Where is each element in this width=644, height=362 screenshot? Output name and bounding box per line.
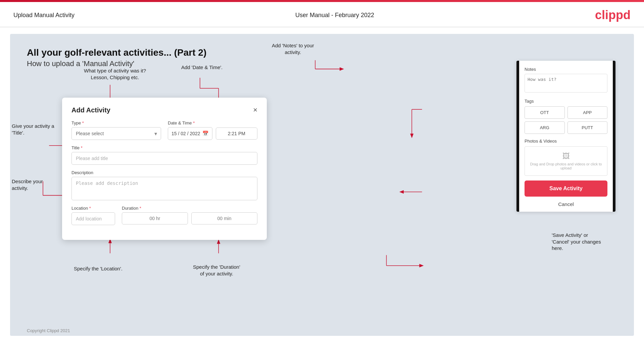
clippd-logo: clippd (595, 8, 631, 22)
date-value: 15 / 02 / 2022 (171, 131, 200, 136)
main-content: All your golf-relevant activities... (Pa… (10, 34, 634, 336)
title-label: Title * (71, 145, 257, 150)
time-input[interactable]: 2:21 PM (216, 127, 257, 140)
tag-arg[interactable]: ARG (525, 121, 565, 134)
section-title: All your golf-relevant activities... (Pa… (27, 47, 617, 58)
svg-marker-15 (217, 239, 220, 244)
calendar-icon: 📅 (202, 131, 209, 137)
notes-section-label: Notes (525, 67, 607, 72)
header-center: User Manual - February 2022 (295, 12, 374, 19)
svg-marker-21 (410, 134, 413, 138)
svg-marker-26 (419, 264, 424, 267)
duration-hr-input[interactable] (122, 212, 188, 224)
type-select[interactable]: Please select LessonChippingPuttingDrivi… (71, 127, 161, 140)
photo-upload-text: Drag and Drop photos and videos or click… (528, 162, 604, 170)
save-activity-button[interactable]: Save Activity (525, 180, 607, 197)
location-input[interactable] (71, 212, 115, 225)
photos-section-label: Photos & Videos (525, 139, 607, 144)
header: Upload Manual Activity User Manual - Feb… (0, 2, 644, 27)
ann-give-title: Give your activity a 'Title'. (12, 123, 54, 136)
title-input[interactable] (71, 152, 257, 165)
duration-label: Duration * (122, 206, 257, 211)
ann-notes: Add 'Notes' to your activity. (272, 42, 314, 55)
datetime-group: Date & Time * 15 / 02 / 2022 📅 2:21 PM (168, 120, 257, 140)
duration-group: Duration * (122, 206, 257, 225)
title-group: Title * (71, 145, 257, 165)
phone-content: Notes Tags OTT APP ARG PUTT Photos & Vid… (519, 61, 613, 212)
date-input[interactable]: 15 / 02 / 2022 📅 (168, 127, 212, 140)
description-group: Description (71, 170, 257, 200)
add-activity-dialog: Add Activity × Type * Please select Less… (62, 98, 267, 240)
ann-duration: Specify the 'Duration' of your activity. (193, 264, 240, 277)
dialog-header: Add Activity × (71, 106, 257, 114)
header-left: Upload Manual Activity (13, 12, 75, 19)
type-datetime-row: Type * Please select LessonChippingPutti… (71, 120, 257, 140)
datetime-row: 15 / 02 / 2022 📅 2:21 PM (168, 127, 257, 140)
tags-section-label: Tags (525, 99, 607, 104)
dialog-title: Add Activity (71, 106, 110, 114)
tag-app[interactable]: APP (567, 106, 608, 119)
location-duration-row: Location * Duration * (71, 206, 257, 225)
tag-putt[interactable]: PUTT (567, 121, 608, 134)
duration-min-input[interactable] (191, 212, 257, 224)
cancel-link[interactable]: Cancel (525, 197, 607, 212)
notes-textarea[interactable] (525, 74, 607, 93)
type-group: Type * Please select LessonChippingPutti… (71, 120, 161, 140)
svg-marker-23 (399, 190, 404, 194)
datetime-label: Date & Time * (168, 120, 257, 125)
ann-save: 'Save Activity' or 'Cancel' your changes… (552, 232, 632, 252)
phone-panel: Notes Tags OTT APP ARG PUTT Photos & Vid… (516, 61, 615, 212)
photo-upload-area[interactable]: 🖼 Drag and Drop photos and videos or cli… (525, 146, 607, 176)
location-group: Location * (71, 206, 115, 225)
location-label: Location * (71, 206, 115, 211)
photo-icon: 🖼 (528, 152, 604, 161)
tag-ott[interactable]: OTT (525, 106, 565, 119)
ann-location: Specify the 'Location'. (74, 265, 122, 272)
ann-date-time: Add 'Date & Time'. (181, 64, 222, 71)
type-label: Type * (71, 120, 161, 125)
footer-copyright: Copyright Clippd 2021 (27, 328, 70, 333)
ann-what-type: What type of activity was it? Lesson, Ch… (84, 67, 146, 81)
description-input[interactable] (71, 177, 257, 200)
type-select-wrapper: Please select LessonChippingPuttingDrivi… (71, 127, 161, 140)
tags-grid: OTT APP ARG PUTT (525, 106, 607, 134)
description-label: Description (71, 170, 257, 175)
ann-describe: Describe your activity. (12, 178, 43, 191)
dialog-close-button[interactable]: × (253, 106, 257, 114)
duration-row (122, 212, 257, 224)
